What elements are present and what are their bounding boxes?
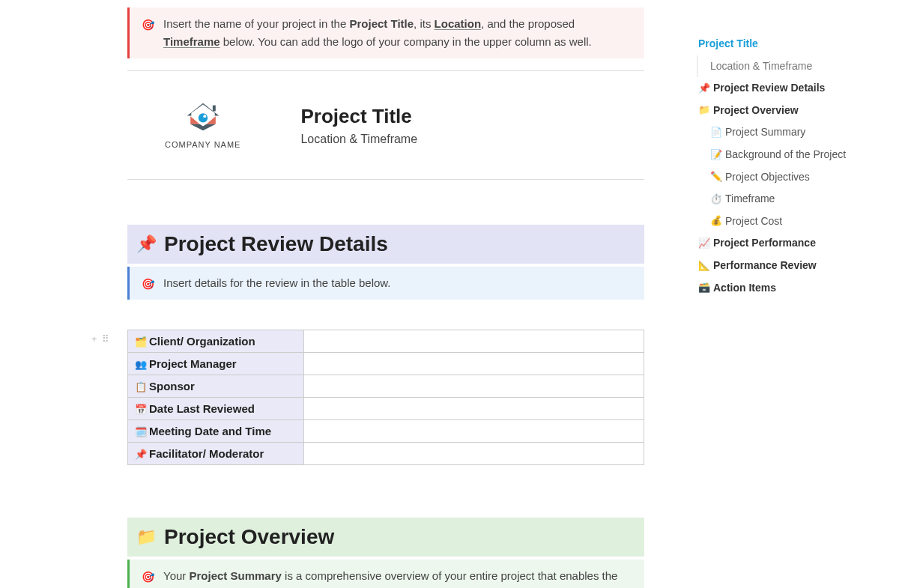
row-label: Meeting Date and Time bbox=[149, 425, 271, 437]
row-label: Date Last Reviewed bbox=[149, 402, 255, 415]
row-value-cell[interactable] bbox=[304, 330, 644, 353]
section-title: Project Review Details bbox=[164, 232, 388, 256]
callout-text: Your Project Summary is a comprehensive … bbox=[163, 567, 632, 588]
outline-label: Project Objectives bbox=[725, 170, 810, 185]
section-header-overview[interactable]: 📁 Project Overview bbox=[127, 518, 644, 557]
outline-icon: ✏️ bbox=[710, 170, 722, 184]
callout-text: Insert the name of your project in the P… bbox=[163, 15, 632, 51]
outline-icon: ⏱️ bbox=[710, 193, 722, 206]
divider bbox=[127, 179, 644, 180]
row-value-cell[interactable] bbox=[304, 443, 644, 465]
table-row[interactable]: 👥Project Manager bbox=[128, 353, 644, 375]
outline-item[interactable]: ✏️Project Objectives bbox=[695, 166, 887, 189]
row-handles[interactable]: + ⠿ bbox=[91, 333, 109, 345]
outline-item[interactable]: 📌Project Review Details bbox=[695, 77, 887, 100]
drag-handle-icon[interactable]: ⠿ bbox=[102, 333, 109, 345]
outline-label: Location & Timeframe bbox=[710, 59, 812, 74]
outline-icon: 📈 bbox=[698, 237, 710, 250]
title-block[interactable]: COMPANY NAME Project Title Location & Ti… bbox=[127, 83, 644, 167]
text: below. You can add the logo of your comp… bbox=[220, 35, 592, 48]
outline-item[interactable]: 📁Project Overview bbox=[695, 100, 887, 122]
row-label-cell[interactable]: 👥Project Manager bbox=[128, 353, 304, 375]
outline-icon: 📝 bbox=[710, 148, 722, 162]
table-row[interactable]: 🗓️Meeting Date and Time bbox=[128, 420, 644, 443]
target-icon: 🎯 bbox=[142, 569, 154, 588]
row-icon: 👥 bbox=[134, 359, 148, 370]
text: , its bbox=[414, 17, 435, 30]
target-icon: 🎯 bbox=[142, 276, 154, 292]
row-label-cell[interactable]: 📌Facilitator/ Moderator bbox=[128, 443, 304, 465]
outline-label: Project Review Details bbox=[713, 81, 825, 96]
document-main: 🎯 Insert the name of your project in the… bbox=[0, 0, 689, 588]
outline-item[interactable]: 📝Background of the Project bbox=[695, 144, 887, 166]
instruction-callout-3[interactable]: 🎯 Your Project Summary is a comprehensiv… bbox=[127, 560, 644, 588]
outline-item[interactable]: Location & Timeframe bbox=[697, 55, 887, 78]
outline-item[interactable]: 📄Project Summary bbox=[695, 121, 887, 144]
divider bbox=[127, 70, 644, 71]
table-row[interactable]: 📋Sponsor bbox=[128, 375, 644, 398]
outline-item[interactable]: 📈Project Performance bbox=[695, 232, 887, 255]
text-underline: Location bbox=[435, 17, 482, 30]
row-icon: 📋 bbox=[134, 381, 148, 392]
company-name: COMPANY NAME bbox=[165, 140, 240, 149]
outline-label: Performance Review bbox=[713, 258, 817, 273]
row-label-cell[interactable]: 🗂️Client/ Organization bbox=[128, 330, 304, 353]
outline-label: Background of the Project bbox=[725, 148, 846, 163]
project-subtitle[interactable]: Location & Timeframe bbox=[300, 133, 417, 146]
outline-label: Project Performance bbox=[713, 236, 816, 251]
row-icon: 📅 bbox=[134, 404, 148, 415]
row-label-cell[interactable]: 📅Date Last Reviewed bbox=[128, 398, 304, 420]
text: , and the proposed bbox=[481, 17, 575, 30]
folder-icon: 📁 bbox=[136, 527, 157, 547]
table-row[interactable]: 📌Facilitator/ Moderator bbox=[128, 443, 644, 465]
outline-label: Project Overview bbox=[713, 103, 799, 118]
svg-rect-0 bbox=[213, 106, 216, 112]
outline-item[interactable]: ⏱️Timeframe bbox=[695, 188, 887, 210]
outline-icon: 💰 bbox=[710, 214, 722, 228]
text-bold: Project Summary bbox=[189, 569, 281, 582]
company-logo-icon bbox=[165, 101, 240, 136]
text-underline: Timeframe bbox=[163, 35, 220, 48]
callout-text: Insert details for the review in the tab… bbox=[163, 274, 391, 292]
section-header-review[interactable]: 📌 Project Review Details bbox=[127, 225, 644, 264]
outline-label: Project Title bbox=[698, 37, 758, 52]
outline-icon: 📄 bbox=[710, 126, 722, 139]
document-content: 🎯 Insert the name of your project in the… bbox=[127, 7, 644, 588]
title-text: Project Title Location & Timeframe bbox=[300, 105, 417, 146]
outline-icon: 📁 bbox=[698, 103, 710, 117]
row-value-cell[interactable] bbox=[304, 420, 644, 443]
row-label-cell[interactable]: 📋Sponsor bbox=[128, 375, 304, 398]
text: Insert the name of your project in the bbox=[163, 17, 349, 30]
outline-label: Project Cost bbox=[725, 214, 782, 229]
company-logo-block: COMPANY NAME bbox=[165, 101, 240, 149]
row-label: Project Manager bbox=[149, 357, 237, 370]
outline-icon: 🗃️ bbox=[698, 281, 710, 294]
add-row-icon[interactable]: + bbox=[91, 333, 97, 345]
details-table-wrap: + ⠿ 🗂️Client/ Organization👥Project Manag… bbox=[127, 330, 644, 465]
outline-icon: 📌 bbox=[698, 82, 710, 95]
outline-icon: 📐 bbox=[698, 259, 710, 273]
outline-item[interactable]: 🗃️Action Items bbox=[695, 277, 887, 300]
row-label: Facilitator/ Moderator bbox=[149, 447, 264, 460]
row-label-cell[interactable]: 🗓️Meeting Date and Time bbox=[128, 420, 304, 443]
row-icon: 🗓️ bbox=[134, 426, 148, 437]
table-row[interactable]: 📅Date Last Reviewed bbox=[128, 398, 644, 420]
table-row[interactable]: 🗂️Client/ Organization bbox=[128, 330, 644, 353]
outline-label: Action Items bbox=[713, 281, 776, 296]
row-value-cell[interactable] bbox=[304, 398, 644, 420]
project-title[interactable]: Project Title bbox=[300, 105, 417, 128]
instruction-callout-1[interactable]: 🎯 Insert the name of your project in the… bbox=[127, 7, 644, 58]
pushpin-icon: 📌 bbox=[136, 234, 157, 254]
row-value-cell[interactable] bbox=[304, 375, 644, 398]
row-value-cell[interactable] bbox=[304, 353, 644, 375]
outline-sidebar: Project TitleLocation & Timeframe📌Projec… bbox=[689, 0, 899, 588]
row-label: Sponsor bbox=[149, 380, 195, 392]
outline-item[interactable]: 💰Project Cost bbox=[695, 210, 887, 233]
details-table[interactable]: 🗂️Client/ Organization👥Project Manager📋S… bbox=[127, 330, 644, 465]
row-icon: 📌 bbox=[134, 449, 148, 460]
outline-item[interactable]: Project Title bbox=[695, 33, 887, 55]
row-icon: 🗂️ bbox=[134, 336, 148, 348]
instruction-callout-2[interactable]: 🎯 Insert details for the review in the t… bbox=[127, 267, 644, 300]
outline-item[interactable]: 📐Performance Review bbox=[695, 255, 887, 277]
target-icon: 🎯 bbox=[142, 16, 154, 51]
